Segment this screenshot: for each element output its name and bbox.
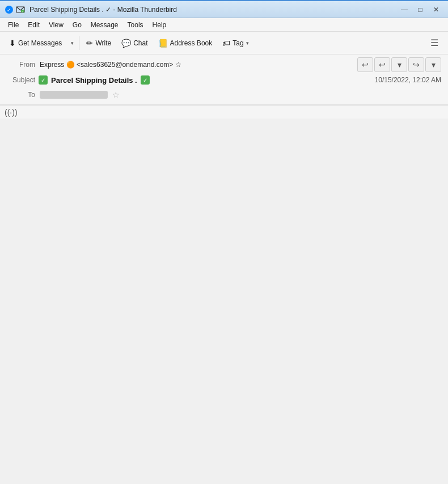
connection-status-icon: ((·)) bbox=[5, 108, 18, 117]
more2-button[interactable]: ▾ bbox=[425, 57, 441, 72]
get-messages-icon: ⬇ bbox=[9, 39, 16, 48]
menu-file[interactable]: File bbox=[3, 20, 23, 30]
to-label: To bbox=[7, 91, 35, 99]
tag-label: Tag bbox=[233, 39, 243, 47]
address-book-icon: 📒 bbox=[158, 39, 168, 48]
address-book-label: Address Book bbox=[170, 39, 213, 47]
subject-text: Parcel Shipping Details . bbox=[51, 76, 137, 85]
chat-button[interactable]: 💬 Chat bbox=[117, 36, 152, 50]
menu-bar: File Edit View Go Message Tools Help bbox=[0, 18, 448, 32]
menu-message[interactable]: Message bbox=[86, 20, 123, 30]
menu-go[interactable]: Go bbox=[68, 20, 86, 30]
title-bar: ✓ ✓ Parcel Shipping Details . ✓ - Mozill… bbox=[0, 0, 448, 18]
from-label: From bbox=[7, 61, 35, 69]
menu-edit[interactable]: Edit bbox=[23, 20, 44, 30]
menu-hamburger-button[interactable]: ☰ bbox=[425, 34, 443, 52]
write-label: Write bbox=[95, 39, 111, 47]
thunderbird-icon: ✓ bbox=[5, 5, 14, 14]
reply-button[interactable]: ↩ bbox=[374, 57, 390, 72]
get-messages-dropdown[interactable]: ▾ bbox=[67, 35, 77, 51]
email-timestamp: 10/15/2022, 12:02 AM bbox=[375, 76, 441, 84]
tag-icon: 🏷 bbox=[222, 39, 230, 48]
write-button[interactable]: ✏ Write bbox=[82, 36, 116, 50]
chat-label: Chat bbox=[133, 39, 147, 47]
menu-view[interactable]: View bbox=[44, 20, 68, 30]
close-button[interactable]: ✕ bbox=[429, 4, 443, 15]
forward-button[interactable]: ↪ bbox=[408, 57, 424, 72]
email-actions: ↩ ↩ ▾ ↪ ▾ bbox=[357, 57, 441, 72]
window-title: Parcel Shipping Details . ✓ - Mozilla Th… bbox=[29, 6, 397, 14]
subject-check-icon: ✓ bbox=[39, 75, 48, 85]
get-messages-button[interactable]: ⬇ Get Messages bbox=[5, 36, 66, 50]
to-row: To ☆ bbox=[7, 87, 441, 102]
to-address-blurred bbox=[40, 91, 108, 99]
toolbar: ⬇ Get Messages ▾ ✏ Write 💬 Chat 📒 Addres… bbox=[0, 32, 448, 54]
reply-back-button[interactable]: ↩ bbox=[357, 57, 373, 72]
get-messages-label: Get Messages bbox=[18, 39, 62, 47]
from-row: From Express 🟠 <sales63625@ondemand.com>… bbox=[7, 57, 441, 73]
mail-check-icon: ✓ bbox=[16, 5, 25, 14]
subject-left: Subject ✓ Parcel Shipping Details . ✓ bbox=[7, 75, 375, 85]
address-book-button[interactable]: 📒 Address Book bbox=[154, 36, 217, 50]
menu-tools[interactable]: Tools bbox=[123, 20, 148, 30]
subject-label: Subject bbox=[7, 76, 35, 84]
menu-help[interactable]: Help bbox=[148, 20, 171, 30]
minimize-button[interactable]: — bbox=[397, 4, 412, 15]
maximize-button[interactable]: □ bbox=[413, 4, 428, 15]
from-value: Express 🟠 <sales63625@ondemand.com> ☆ bbox=[40, 61, 353, 69]
divider-1 bbox=[79, 36, 79, 50]
email-header: From Express 🟠 <sales63625@ondemand.com>… bbox=[0, 54, 448, 105]
subject-row: Subject ✓ Parcel Shipping Details . ✓ 10… bbox=[7, 73, 441, 87]
chat-icon: 💬 bbox=[121, 39, 131, 48]
window-controls: — □ ✕ bbox=[397, 4, 443, 15]
tag-button[interactable]: 🏷 Tag ▾ bbox=[218, 36, 253, 50]
subject-check2-icon: ✓ bbox=[141, 75, 150, 85]
to-star-icon[interactable]: ☆ bbox=[112, 90, 120, 99]
status-bar: ((·)) bbox=[0, 105, 448, 119]
tag-dropdown-icon: ▾ bbox=[246, 40, 249, 46]
svg-text:✓: ✓ bbox=[7, 7, 11, 13]
title-bar-app-icons: ✓ ✓ bbox=[5, 5, 25, 14]
write-icon: ✏ bbox=[86, 39, 93, 48]
more-button[interactable]: ▾ bbox=[391, 57, 407, 72]
svg-text:✓: ✓ bbox=[22, 10, 24, 13]
